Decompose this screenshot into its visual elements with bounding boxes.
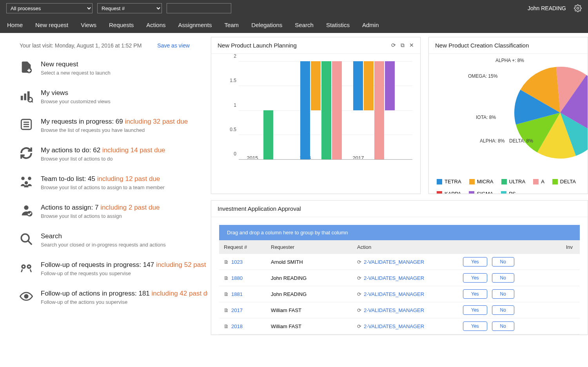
yes-button[interactable]: Yes [463,257,487,267]
nav-statistics[interactable]: Statistics [321,18,355,32]
request-link[interactable]: 2017 [231,307,243,313]
legend-micra[interactable]: MICRA [469,179,494,184]
nav-views[interactable]: Views [75,18,102,32]
legend-ps[interactable]: PS [501,191,515,194]
legend-label: DELTA [560,179,576,184]
legend-sigma[interactable]: SIGMA [469,191,493,194]
yes-button[interactable]: Yes [463,289,487,299]
nav-new-request[interactable]: New request [30,18,74,32]
nav-actions[interactable]: Actions [141,18,171,32]
request-number-select[interactable]: Request # [97,3,162,13]
bar-micra-2017[interactable] [364,61,374,110]
legend-a[interactable]: A [533,179,544,184]
topbar-search-input[interactable] [167,3,231,13]
pie-label: ALPHA +: 8% [495,58,524,63]
legend-label: PS [509,191,515,194]
col-action[interactable]: Action [352,240,458,254]
bar-sigma-2017[interactable] [385,61,395,110]
pastdue-text: including 12 past due [97,175,160,183]
bar-alpha-2017[interactable] [374,61,384,159]
tile-new-request[interactable]: New requestSelect a new request to launc… [20,60,208,76]
no-button[interactable]: No [492,257,514,267]
requester-cell: Arnold SMITH [266,256,352,268]
yes-button[interactable]: Yes [463,305,487,315]
col-inv[interactable]: Inv [537,240,580,254]
action-link[interactable]: 2-VALIDATES_MANAGER [364,323,424,329]
swatch-icon [552,179,558,184]
requester-cell: John READING [266,288,352,300]
yes-button[interactable]: Yes [463,273,487,283]
tile-title: Actions to assign: 7 including 2 past du… [41,204,160,212]
nav-requests[interactable]: Requests [103,18,139,32]
bar-ultra-2015[interactable] [263,110,273,159]
bar-tetra-2016[interactable] [300,61,310,159]
nav-assignments[interactable]: Assignments [173,18,218,32]
svg-point-11 [21,177,25,180]
expand-icon[interactable]: ⧉ [401,42,405,49]
process-select[interactable]: All processes [6,3,93,13]
bar-ultra-2016[interactable] [321,61,331,159]
tile-requests-progress[interactable]: My requests in progress: 69 including 32… [20,118,208,133]
no-button[interactable]: No [492,321,514,331]
nav-admin[interactable]: Admin [357,18,385,32]
close-icon[interactable]: ✕ [409,42,414,49]
no-button[interactable]: No [492,273,514,283]
no-button[interactable]: No [492,289,514,299]
bar-tetra-2017[interactable] [353,61,363,110]
action-link[interactable]: 2-VALIDATES_MANAGER [364,307,424,313]
gear-icon[interactable] [574,4,582,12]
bar-micra-2016[interactable] [311,61,321,110]
request-link[interactable]: 1023 [231,259,243,265]
nav-team[interactable]: Team [219,18,244,32]
col-request[interactable]: Request # [219,240,266,254]
tile-title: My requests in progress: 69 including 32… [41,118,188,126]
y-tick: 2 [223,53,236,59]
swatch-icon [437,179,442,184]
tile-desc: Browse the list of requests you have lau… [41,127,188,133]
svg-line-6 [32,101,33,102]
no-button[interactable]: No [492,305,514,315]
pie-label: IOTA: 8% [476,115,496,120]
group-by-hint[interactable]: Drag and drop a column here to group by … [219,225,580,240]
tile-desc: Follow-up of the actions you supervise [41,299,208,305]
svg-point-14 [24,205,28,210]
table-panel: Investment Application Approval Drag and… [211,200,588,335]
request-link[interactable]: 2018 [231,323,243,329]
yes-button[interactable]: Yes [463,321,487,331]
action-link[interactable]: 2-VALIDATES_MANAGER [364,259,424,265]
svg-point-21 [28,266,30,267]
tile-views[interactable]: My viewsBrowse your customized views [20,89,208,104]
swatch-icon [469,191,474,194]
legend-tetra[interactable]: TETRA [437,179,461,184]
tile-followup-actions[interactable]: Follow-up of actions in progress: 181 in… [20,290,208,305]
pie-label: DELTA: 8% [509,138,533,144]
document-icon: 🗎 [224,259,229,265]
legend-kappa[interactable]: KAPPA [437,191,461,194]
tile-search[interactable]: SearchSearch your closed or in-progress … [20,232,208,248]
legend-label: ULTRA [509,179,526,184]
save-as-view-link[interactable]: Save as view [157,42,189,49]
tile-title: New request [41,60,111,68]
nav-search[interactable]: Search [289,18,319,32]
action-link[interactable]: 2-VALIDATES_MANAGER [364,291,424,297]
nav-home[interactable]: Home [2,18,28,32]
nav-delegations[interactable]: Delegations [246,18,288,32]
requester-cell: William FAST [266,320,352,332]
action-link[interactable]: 2-VALIDATES_MANAGER [364,275,424,281]
bar-alpha-2016[interactable] [332,61,342,159]
legend-delta[interactable]: DELTA [552,179,576,184]
refresh-icon[interactable]: ⟳ [391,42,396,49]
new-request-icon [20,60,33,74]
tile-followup-requests[interactable]: Follow-up of requests in progress: 147 i… [20,261,208,276]
request-link[interactable]: 1881 [231,291,243,297]
topbar: All processes Request # John READING [0,0,588,16]
tile-assign[interactable]: Actions to assign: 7 including 2 past du… [20,204,208,219]
pie-panel: New Product Creation Classification ALPH… [428,37,588,194]
col-requester[interactable]: Requester [266,240,352,254]
request-link[interactable]: 1880 [231,275,243,281]
y-tick: 1 [223,102,236,108]
legend-label: TETRA [445,179,461,184]
tile-team-todo[interactable]: Team to-do list: 45 including 12 past du… [20,175,208,190]
tile-actions-todo[interactable]: My actions to do: 62 including 14 past d… [20,146,208,162]
legend-ultra[interactable]: ULTRA [501,179,526,184]
